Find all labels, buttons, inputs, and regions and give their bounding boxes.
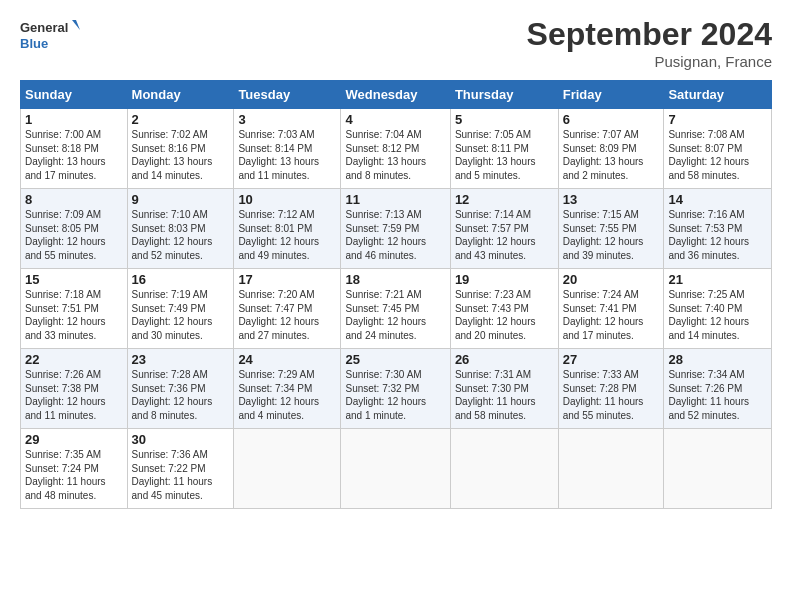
calendar-cell: 6Sunrise: 7:07 AMSunset: 8:09 PMDaylight…: [558, 109, 664, 189]
day-number: 3: [238, 112, 336, 127]
day-number: 13: [563, 192, 660, 207]
day-info: Sunrise: 7:18 AMSunset: 7:51 PMDaylight:…: [25, 289, 106, 341]
calendar-cell: [558, 429, 664, 509]
day-number: 7: [668, 112, 767, 127]
day-number: 5: [455, 112, 554, 127]
day-number: 25: [345, 352, 445, 367]
day-info: Sunrise: 7:36 AMSunset: 7:22 PMDaylight:…: [132, 449, 213, 501]
day-number: 4: [345, 112, 445, 127]
page: General Blue September 2024 Pusignan, Fr…: [0, 0, 792, 612]
day-number: 26: [455, 352, 554, 367]
calendar-cell: 16Sunrise: 7:19 AMSunset: 7:49 PMDayligh…: [127, 269, 234, 349]
calendar-cell: [450, 429, 558, 509]
day-number: 6: [563, 112, 660, 127]
title-section: September 2024 Pusignan, France: [527, 16, 772, 70]
week-row-3: 15Sunrise: 7:18 AMSunset: 7:51 PMDayligh…: [21, 269, 772, 349]
calendar-cell: 30Sunrise: 7:36 AMSunset: 7:22 PMDayligh…: [127, 429, 234, 509]
week-row-5: 29Sunrise: 7:35 AMSunset: 7:24 PMDayligh…: [21, 429, 772, 509]
day-info: Sunrise: 7:19 AMSunset: 7:49 PMDaylight:…: [132, 289, 213, 341]
day-number: 16: [132, 272, 230, 287]
day-info: Sunrise: 7:34 AMSunset: 7:26 PMDaylight:…: [668, 369, 749, 421]
calendar-cell: 2Sunrise: 7:02 AMSunset: 8:16 PMDaylight…: [127, 109, 234, 189]
col-friday: Friday: [558, 81, 664, 109]
day-info: Sunrise: 7:10 AMSunset: 8:03 PMDaylight:…: [132, 209, 213, 261]
calendar-cell: 5Sunrise: 7:05 AMSunset: 8:11 PMDaylight…: [450, 109, 558, 189]
day-number: 15: [25, 272, 123, 287]
day-info: Sunrise: 7:29 AMSunset: 7:34 PMDaylight:…: [238, 369, 319, 421]
day-number: 30: [132, 432, 230, 447]
calendar-cell: 7Sunrise: 7:08 AMSunset: 8:07 PMDaylight…: [664, 109, 772, 189]
day-number: 10: [238, 192, 336, 207]
day-number: 19: [455, 272, 554, 287]
month-title: September 2024: [527, 16, 772, 53]
day-info: Sunrise: 7:13 AMSunset: 7:59 PMDaylight:…: [345, 209, 426, 261]
calendar-cell: 19Sunrise: 7:23 AMSunset: 7:43 PMDayligh…: [450, 269, 558, 349]
week-row-4: 22Sunrise: 7:26 AMSunset: 7:38 PMDayligh…: [21, 349, 772, 429]
day-number: 21: [668, 272, 767, 287]
header-row: Sunday Monday Tuesday Wednesday Thursday…: [21, 81, 772, 109]
day-info: Sunrise: 7:03 AMSunset: 8:14 PMDaylight:…: [238, 129, 319, 181]
calendar-cell: [341, 429, 450, 509]
calendar-cell: 17Sunrise: 7:20 AMSunset: 7:47 PMDayligh…: [234, 269, 341, 349]
calendar-cell: 1Sunrise: 7:00 AMSunset: 8:18 PMDaylight…: [21, 109, 128, 189]
day-info: Sunrise: 7:20 AMSunset: 7:47 PMDaylight:…: [238, 289, 319, 341]
calendar-cell: 10Sunrise: 7:12 AMSunset: 8:01 PMDayligh…: [234, 189, 341, 269]
col-wednesday: Wednesday: [341, 81, 450, 109]
day-info: Sunrise: 7:00 AMSunset: 8:18 PMDaylight:…: [25, 129, 106, 181]
calendar-cell: [234, 429, 341, 509]
calendar-table: Sunday Monday Tuesday Wednesday Thursday…: [20, 80, 772, 509]
calendar-cell: 8Sunrise: 7:09 AMSunset: 8:05 PMDaylight…: [21, 189, 128, 269]
calendar-cell: 21Sunrise: 7:25 AMSunset: 7:40 PMDayligh…: [664, 269, 772, 349]
day-info: Sunrise: 7:21 AMSunset: 7:45 PMDaylight:…: [345, 289, 426, 341]
calendar-cell: 13Sunrise: 7:15 AMSunset: 7:55 PMDayligh…: [558, 189, 664, 269]
calendar-cell: [664, 429, 772, 509]
day-number: 11: [345, 192, 445, 207]
calendar-cell: 3Sunrise: 7:03 AMSunset: 8:14 PMDaylight…: [234, 109, 341, 189]
logo: General Blue: [20, 16, 80, 54]
week-row-2: 8Sunrise: 7:09 AMSunset: 8:05 PMDaylight…: [21, 189, 772, 269]
day-number: 23: [132, 352, 230, 367]
day-info: Sunrise: 7:25 AMSunset: 7:40 PMDaylight:…: [668, 289, 749, 341]
day-number: 2: [132, 112, 230, 127]
calendar-cell: 18Sunrise: 7:21 AMSunset: 7:45 PMDayligh…: [341, 269, 450, 349]
calendar-cell: 14Sunrise: 7:16 AMSunset: 7:53 PMDayligh…: [664, 189, 772, 269]
col-saturday: Saturday: [664, 81, 772, 109]
calendar-cell: 29Sunrise: 7:35 AMSunset: 7:24 PMDayligh…: [21, 429, 128, 509]
calendar-cell: 23Sunrise: 7:28 AMSunset: 7:36 PMDayligh…: [127, 349, 234, 429]
svg-marker-2: [72, 20, 80, 30]
col-sunday: Sunday: [21, 81, 128, 109]
calendar-cell: 24Sunrise: 7:29 AMSunset: 7:34 PMDayligh…: [234, 349, 341, 429]
day-number: 8: [25, 192, 123, 207]
day-info: Sunrise: 7:12 AMSunset: 8:01 PMDaylight:…: [238, 209, 319, 261]
day-info: Sunrise: 7:16 AMSunset: 7:53 PMDaylight:…: [668, 209, 749, 261]
day-number: 12: [455, 192, 554, 207]
day-info: Sunrise: 7:24 AMSunset: 7:41 PMDaylight:…: [563, 289, 644, 341]
calendar-cell: 4Sunrise: 7:04 AMSunset: 8:12 PMDaylight…: [341, 109, 450, 189]
col-tuesday: Tuesday: [234, 81, 341, 109]
day-info: Sunrise: 7:26 AMSunset: 7:38 PMDaylight:…: [25, 369, 106, 421]
day-number: 17: [238, 272, 336, 287]
day-info: Sunrise: 7:05 AMSunset: 8:11 PMDaylight:…: [455, 129, 536, 181]
day-number: 1: [25, 112, 123, 127]
day-info: Sunrise: 7:02 AMSunset: 8:16 PMDaylight:…: [132, 129, 213, 181]
calendar-cell: 25Sunrise: 7:30 AMSunset: 7:32 PMDayligh…: [341, 349, 450, 429]
day-info: Sunrise: 7:35 AMSunset: 7:24 PMDaylight:…: [25, 449, 106, 501]
day-info: Sunrise: 7:28 AMSunset: 7:36 PMDaylight:…: [132, 369, 213, 421]
calendar-cell: 28Sunrise: 7:34 AMSunset: 7:26 PMDayligh…: [664, 349, 772, 429]
calendar-cell: 22Sunrise: 7:26 AMSunset: 7:38 PMDayligh…: [21, 349, 128, 429]
header: General Blue September 2024 Pusignan, Fr…: [20, 16, 772, 70]
day-info: Sunrise: 7:04 AMSunset: 8:12 PMDaylight:…: [345, 129, 426, 181]
day-info: Sunrise: 7:15 AMSunset: 7:55 PMDaylight:…: [563, 209, 644, 261]
calendar-cell: 27Sunrise: 7:33 AMSunset: 7:28 PMDayligh…: [558, 349, 664, 429]
day-number: 9: [132, 192, 230, 207]
day-info: Sunrise: 7:08 AMSunset: 8:07 PMDaylight:…: [668, 129, 749, 181]
day-info: Sunrise: 7:23 AMSunset: 7:43 PMDaylight:…: [455, 289, 536, 341]
day-number: 18: [345, 272, 445, 287]
svg-text:Blue: Blue: [20, 36, 48, 51]
day-number: 20: [563, 272, 660, 287]
day-number: 27: [563, 352, 660, 367]
calendar-cell: 11Sunrise: 7:13 AMSunset: 7:59 PMDayligh…: [341, 189, 450, 269]
day-number: 14: [668, 192, 767, 207]
day-info: Sunrise: 7:33 AMSunset: 7:28 PMDaylight:…: [563, 369, 644, 421]
day-info: Sunrise: 7:14 AMSunset: 7:57 PMDaylight:…: [455, 209, 536, 261]
